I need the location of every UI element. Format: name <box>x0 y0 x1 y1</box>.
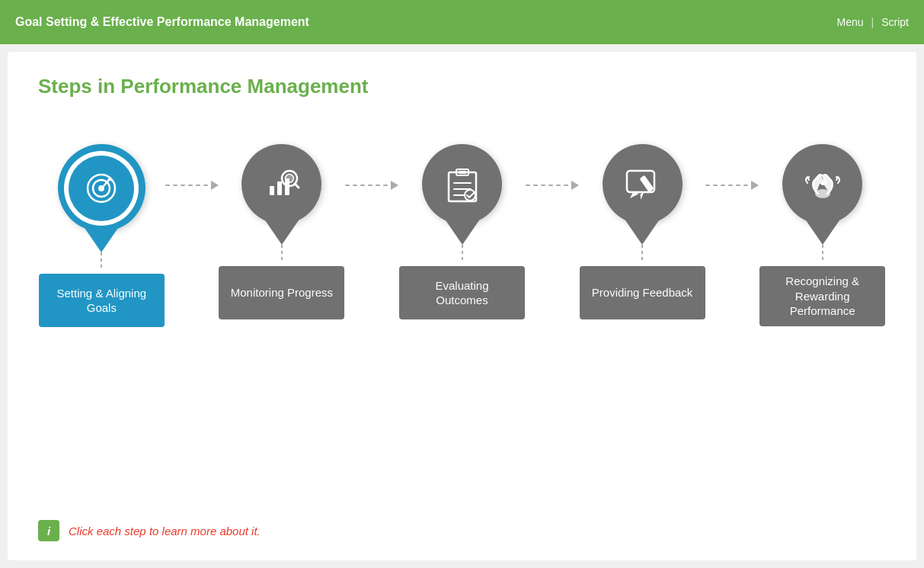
step-5-label[interactable]: Recognizing & Rewarding Performance <box>759 266 885 326</box>
app-wrapper: Goal Setting & Effective Performance Man… <box>0 0 924 568</box>
step-3-dashed-line <box>462 245 463 260</box>
page-title: Steps in Performance Management <box>38 75 886 98</box>
svg-rect-20 <box>640 175 654 192</box>
clipboard-check-icon <box>444 165 481 204</box>
step-1-pin <box>58 144 145 268</box>
step-5[interactable]: Recognizing & Rewarding Performance <box>759 144 886 326</box>
header-nav: Menu | Script <box>837 16 909 28</box>
clap-icon <box>803 165 842 204</box>
svg-line-10 <box>295 184 299 188</box>
step-2-dashed-line <box>281 245 283 260</box>
menu-link[interactable]: Menu <box>837 16 864 28</box>
step-2-pin-point <box>265 220 299 245</box>
dashed-line-2 <box>345 181 398 190</box>
steps-container: Setting & Aligning Goals <box>38 144 886 512</box>
svg-rect-5 <box>270 186 274 195</box>
step-2-circle <box>241 144 321 224</box>
chart-search-icon <box>262 165 302 204</box>
arrow-1 <box>211 181 219 190</box>
step-2[interactable]: Monitoring Progress <box>219 144 346 319</box>
step-5-pin-point <box>806 220 839 245</box>
step-3-label[interactable]: Evaluating Outcomes <box>399 266 525 319</box>
step-5-pin <box>782 144 862 260</box>
dashed-line-3 <box>526 181 579 190</box>
header: Goal Setting & Effective Performance Man… <box>0 0 924 44</box>
step-1-pin-point <box>85 228 118 252</box>
feedback-icon <box>622 165 662 204</box>
step-4-pin <box>603 144 683 260</box>
connector-3 <box>526 181 579 190</box>
arrow-4 <box>751 181 759 190</box>
header-title: Goal Setting & Effective Performance Man… <box>15 15 309 29</box>
step-1-label[interactable]: Setting & Aligning Goals <box>39 274 165 327</box>
footer-instruction: Click each step to learn more about it. <box>69 525 261 538</box>
dashed-line-4 <box>705 181 759 190</box>
info-badge[interactable]: i <box>38 520 59 541</box>
step-4-pin-point <box>625 220 659 245</box>
step-4-dashed-line <box>641 245 643 260</box>
svg-point-9 <box>285 174 293 182</box>
step-1[interactable]: Setting & Aligning Goals <box>38 144 165 327</box>
svg-point-2 <box>98 185 104 191</box>
arrow-2 <box>391 181 398 190</box>
step-1-white-ring <box>64 151 139 226</box>
step-1-dashed-line <box>101 252 102 268</box>
svg-rect-6 <box>277 181 282 195</box>
connector-2 <box>345 181 398 190</box>
step-3-circle <box>422 144 502 224</box>
step-4-circle <box>603 144 683 224</box>
step-4[interactable]: Providing Feedback <box>579 144 706 319</box>
target-icon <box>82 169 120 207</box>
step-1-inner-circle <box>69 156 134 221</box>
nav-divider: | <box>871 16 874 28</box>
script-link[interactable]: Script <box>881 16 909 28</box>
connector-1 <box>165 181 219 190</box>
step-1-outer-circle <box>58 144 145 232</box>
footer: i Click each step to learn more about it… <box>38 512 886 545</box>
connector-4 <box>705 181 759 190</box>
step-5-dashed-line <box>822 245 823 260</box>
step-2-label[interactable]: Monitoring Progress <box>219 266 344 319</box>
arrow-3 <box>571 181 579 190</box>
step-3-pin <box>422 144 502 260</box>
step-4-label[interactable]: Providing Feedback <box>580 266 705 319</box>
step-3-pin-point <box>446 220 479 245</box>
step-2-pin <box>241 144 321 260</box>
svg-rect-13 <box>459 171 466 174</box>
dashed-line-1 <box>165 181 219 190</box>
main-content: Steps in Performance Management <box>8 52 916 560</box>
step-3[interactable]: Evaluating Outcomes <box>398 144 526 319</box>
step-5-circle <box>782 144 862 224</box>
